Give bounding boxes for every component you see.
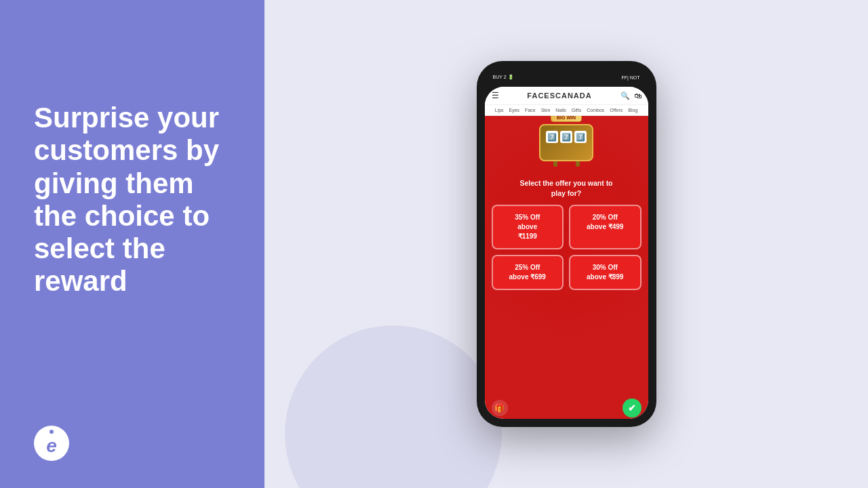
slot-leg-left [553,161,557,167]
nav-lips[interactable]: Lips [495,108,504,113]
slot-window-2: 7️⃣ [560,131,572,143]
nav-nails[interactable]: Nails [555,108,566,113]
offer-card-2-text: 20% Offabove ₹499 [576,213,635,232]
nav-links: Lips Eyes Face Skin Nails Gifts Combos O… [485,105,648,116]
search-icon[interactable]: 🔍 [620,92,630,100]
cart-icon[interactable]: 🛍 [634,92,642,100]
brand-logo: e [34,426,234,461]
nav-offers[interactable]: Offers [610,108,623,113]
phone-mockup: BUY 2 🔋 FF| NOT ☰ FACESCANADA 🔍 🛍 Lips E… [477,61,656,427]
prompt-line2: play for? [551,189,581,197]
slot-legs [536,161,597,167]
phone-screen: ☰ FACESCANADA 🔍 🛍 Lips Eyes Face Skin Na… [485,87,648,419]
nav-blog[interactable]: Blog [628,108,637,113]
slot-windows: 7️⃣ 7️⃣ 7️⃣ [540,125,592,146]
gift-button[interactable]: 🎁 [492,400,508,416]
slot-machine-image: BIG WIN 7️⃣ 7️⃣ 7️⃣ [536,124,597,173]
whatsapp-button[interactable]: ✔ [623,399,642,418]
offer-card-3-text: 25% Offabove ₹699 [498,263,557,282]
offer-card-1[interactable]: 35% Offabove₹1199 [492,205,564,249]
slot-leg-right [576,161,580,167]
brand-name: FACESCANADA [499,92,620,100]
slot-window-3: 7️⃣ [574,131,587,143]
nav-skin[interactable]: Skin [541,108,551,113]
phone-bottom-bar: 🎁 ✔ [485,397,648,419]
offer-card-3[interactable]: 25% Offabove ₹699 [492,255,564,290]
nav-face[interactable]: Face [525,108,536,113]
slot-banner: BIG WIN [551,116,582,122]
status-bar: BUY 2 🔋 FF| NOT [485,69,648,85]
slot-window-1: 7️⃣ [546,131,558,143]
prompt-line1: Select the offer you want to [519,179,612,187]
hamburger-icon[interactable]: ☰ [492,91,499,100]
offer-card-1-text: 35% Offabove₹1199 [498,213,557,241]
headline-text: Surprise your customers by giving them t… [34,102,234,298]
status-left: BUY 2 🔋 [493,75,514,80]
phone-navbar: ☰ FACESCANADA 🔍 🛍 [485,87,648,105]
left-panel: Surprise your customers by giving them t… [0,0,264,488]
offer-grid: 35% Offabove₹1199 20% Offabove ₹499 25% … [492,205,642,290]
logo-circle: e [34,426,69,461]
slot-machine: BIG WIN 7️⃣ 7️⃣ 7️⃣ [536,124,597,173]
offer-card-4-text: 30% Offabove ₹899 [576,263,635,282]
nav-icons: 🔍 🛍 [620,92,642,100]
offer-card-2[interactable]: 20% Offabove ₹499 [569,205,642,249]
slot-body: BIG WIN 7️⃣ 7️⃣ 7️⃣ [539,124,593,161]
status-right: FF| NOT [621,75,639,80]
offer-prompt: Select the offer you want to play for? [519,178,612,198]
logo-letter: e [46,435,57,457]
game-area: BIG WIN 7️⃣ 7️⃣ 7️⃣ [485,116,648,397]
nav-combos[interactable]: Combos [587,108,604,113]
nav-eyes[interactable]: Eyes [509,108,520,113]
logo-dot [50,430,54,434]
offer-card-4[interactable]: 30% Offabove ₹899 [569,255,642,290]
right-panel: BUY 2 🔋 FF| NOT ☰ FACESCANADA 🔍 🛍 Lips E… [264,0,868,488]
nav-gifts[interactable]: Gifts [572,108,581,113]
